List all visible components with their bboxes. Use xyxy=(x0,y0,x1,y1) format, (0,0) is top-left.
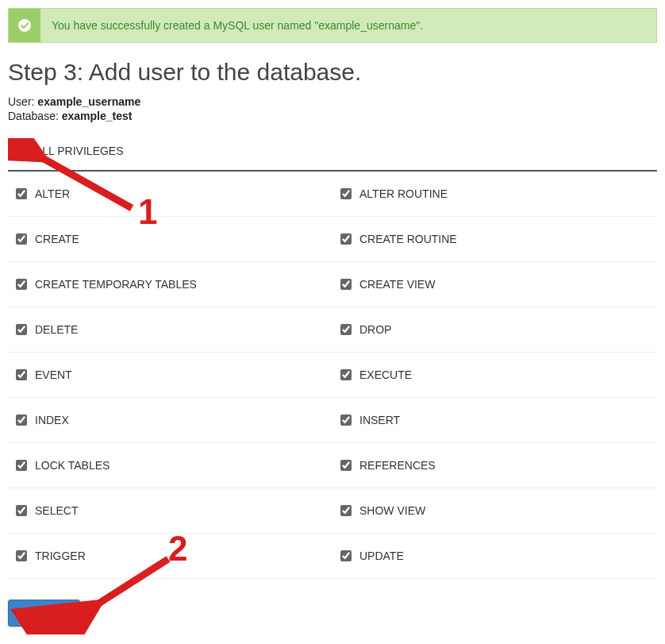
privileges-section: ALL PRIVILEGES ALTERALTER ROUTINECREATEC… xyxy=(8,138,657,579)
next-step-button[interactable]: Next Step xyxy=(8,600,80,627)
privilege-checkbox[interactable] xyxy=(340,550,352,561)
privilege-row: CREATE TEMPORARY TABLESCREATE VIEW xyxy=(8,262,657,307)
privilege-cell: CREATE TEMPORARY TABLES xyxy=(8,262,332,307)
page-title: Step 3: Add user to the database. xyxy=(8,59,657,86)
success-icon xyxy=(9,9,40,42)
privilege-label: DELETE xyxy=(35,323,78,336)
privilege-cell: UPDATE xyxy=(332,534,657,578)
privilege-checkbox[interactable] xyxy=(340,415,352,426)
privilege-label: CREATE xyxy=(35,233,79,245)
privilege-cell: INDEX xyxy=(8,398,332,442)
database-info: Database: example_test xyxy=(8,110,657,122)
privilege-cell: LOCK TABLES xyxy=(8,443,332,488)
privilege-label: INSERT xyxy=(359,414,400,426)
privilege-cell: SELECT xyxy=(8,488,332,533)
privilege-checkbox[interactable] xyxy=(16,550,27,561)
privilege-label: CREATE VIEW xyxy=(359,278,435,291)
privilege-label: SELECT xyxy=(35,504,78,517)
privilege-checkbox[interactable] xyxy=(16,188,27,199)
privilege-cell: DELETE xyxy=(8,307,332,352)
privilege-checkbox[interactable] xyxy=(340,460,352,471)
privilege-checkbox[interactable] xyxy=(340,279,352,290)
privilege-row: EVENTEXECUTE xyxy=(8,353,657,398)
privilege-label: EXECUTE xyxy=(359,368,412,381)
database-value: example_test xyxy=(62,110,133,122)
privilege-label: REFERENCES xyxy=(359,459,436,472)
all-privileges-checkbox[interactable] xyxy=(16,145,27,156)
privilege-checkbox[interactable] xyxy=(16,415,27,426)
privilege-checkbox[interactable] xyxy=(16,369,27,380)
privilege-cell: INSERT xyxy=(332,398,657,442)
privilege-label: ALTER ROUTINE xyxy=(359,187,448,200)
privilege-label: UPDATE xyxy=(359,550,404,562)
privilege-row: TRIGGERUPDATE xyxy=(8,534,657,579)
privilege-label: INDEX xyxy=(35,414,69,426)
alert-message: You have successfully created a MySQL us… xyxy=(40,11,434,40)
privilege-checkbox[interactable] xyxy=(340,369,352,380)
privilege-cell: CREATE xyxy=(8,217,332,261)
all-privileges-label: ALL PRIVILEGES xyxy=(35,145,124,157)
privilege-cell: REFERENCES xyxy=(332,443,657,488)
privilege-cell: TRIGGER xyxy=(8,534,332,578)
privilege-checkbox[interactable] xyxy=(340,233,352,245)
privilege-label: EVENT xyxy=(35,368,72,381)
all-privileges-row: ALL PRIVILEGES xyxy=(8,138,657,172)
privilege-checkbox[interactable] xyxy=(16,460,27,471)
privilege-cell: CREATE ROUTINE xyxy=(332,217,657,261)
svg-point-0 xyxy=(18,19,31,32)
privilege-checkbox[interactable] xyxy=(16,505,27,516)
privilege-checkbox[interactable] xyxy=(340,505,352,516)
privilege-cell: CREATE VIEW xyxy=(332,262,657,307)
privilege-checkbox[interactable] xyxy=(16,279,27,290)
privilege-cell: EXECUTE xyxy=(332,353,657,397)
privilege-checkbox[interactable] xyxy=(16,233,27,245)
privilege-cell: ALTER ROUTINE xyxy=(332,172,657,216)
privilege-label: SHOW VIEW xyxy=(359,504,425,517)
privilege-row: INDEXINSERT xyxy=(8,398,657,443)
privilege-cell: SHOW VIEW xyxy=(332,488,657,533)
privilege-label: CREATE TEMPORARY TABLES xyxy=(35,278,197,291)
user-value: example_username xyxy=(37,95,140,108)
privilege-label: ALTER xyxy=(35,187,70,200)
database-label: Database: xyxy=(8,110,59,122)
privilege-row: CREATECREATE ROUTINE xyxy=(8,217,657,262)
privilege-label: DROP xyxy=(359,323,391,336)
success-alert: You have successfully created a MySQL us… xyxy=(8,8,657,43)
privilege-row: SELECTSHOW VIEW xyxy=(8,488,657,534)
privilege-row: DELETEDROP xyxy=(8,307,657,353)
privilege-cell: DROP xyxy=(332,307,657,352)
privilege-checkbox[interactable] xyxy=(340,188,352,199)
privilege-label: TRIGGER xyxy=(35,550,86,562)
privilege-checkbox[interactable] xyxy=(340,324,352,335)
privilege-row: LOCK TABLESREFERENCES xyxy=(8,443,657,488)
privilege-cell: ALTER xyxy=(8,172,332,216)
privilege-label: LOCK TABLES xyxy=(35,459,110,472)
user-info: User: example_username xyxy=(8,95,657,108)
privilege-checkbox[interactable] xyxy=(16,324,27,335)
privilege-cell: EVENT xyxy=(8,353,332,397)
privilege-label: CREATE ROUTINE xyxy=(359,233,457,245)
user-label: User: xyxy=(8,95,34,108)
privilege-row: ALTERALTER ROUTINE xyxy=(8,172,657,217)
